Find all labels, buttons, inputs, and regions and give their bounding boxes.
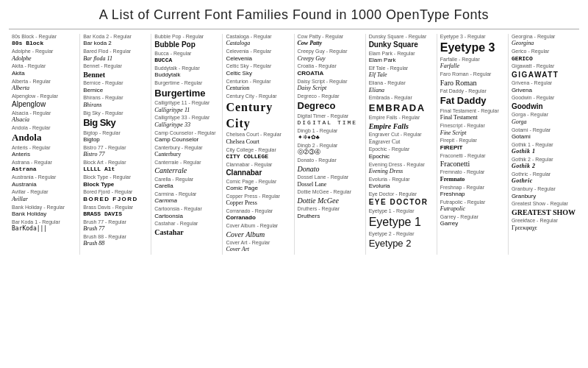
- font-entry: Degreco - RegularDegreco: [298, 93, 362, 113]
- font-label: Fraconetti - Regular: [440, 153, 505, 159]
- font-entry: Faro Roman - RegularFaro Roman: [440, 71, 505, 88]
- font-label: 80s Block - Regular: [12, 34, 76, 40]
- font-entry: Block Art - RegularLLLLL Alt: [83, 160, 148, 174]
- font-label: Bank Holiday - Regular: [12, 205, 76, 210]
- font-entry: Akita - RegularAkita: [12, 63, 76, 77]
- font-label: Bhirans - Regular: [83, 95, 148, 101]
- font-display: Bernice: [83, 87, 148, 95]
- font-entry: Bigtop - RegularBigtop: [83, 130, 148, 144]
- font-display: Daisy Script: [298, 85, 362, 93]
- font-display: Avillar: [12, 196, 76, 204]
- font-label: Comic Page - Regular: [226, 179, 290, 185]
- font-entry: Avillar - RegularAvillar: [12, 189, 76, 203]
- font-label: Carmina - Regular: [154, 191, 219, 197]
- font-display: Buddytalk: [154, 71, 219, 79]
- font-display: Fremnato: [440, 176, 505, 184]
- font-label: Garrey - Regular: [440, 214, 505, 220]
- font-entry: Dottie McGee - RegularDottie McGee: [298, 189, 362, 205]
- font-entry: Cover Art - RegularCover Art: [226, 240, 290, 254]
- font-entry: Brush 88 - RegularBrush 88: [83, 234, 148, 248]
- font-display: Bar koda 2: [83, 40, 148, 48]
- font-entry: Calligritype 33 - RegularCalligritype 33: [154, 115, 219, 129]
- font-display: Comic Page: [226, 185, 290, 193]
- font-entry: Grivena - RegularGrivena: [512, 80, 576, 94]
- font-label: Brass Davis - Regular: [83, 205, 148, 210]
- font-label: Castaloga - Regular: [226, 34, 290, 40]
- font-entry: Bank Holiday - RegularBank Holiday: [12, 205, 76, 219]
- font-display: Alberta: [12, 85, 76, 93]
- font-entry: Bared Flod - RegularBar floda 11: [83, 49, 148, 63]
- font-entry: Celevenia - RegularCelevenia: [226, 49, 290, 63]
- font-label: Empire Falls - Regular: [369, 115, 434, 121]
- font-display: Evening Dress: [369, 168, 434, 176]
- font-display: Gotami: [512, 133, 576, 141]
- font-display: Celtic Sky: [226, 70, 290, 78]
- font-label: Freshnap - Regular: [440, 185, 505, 191]
- font-display: Bennet: [83, 70, 148, 80]
- font-label: Block Type - Regular: [83, 174, 148, 180]
- font-entry: Greatest Show - RegularGREATEST SHOW: [512, 201, 576, 217]
- font-display: EMBRADA: [369, 102, 434, 115]
- font-entry: Clannabar - RegularClannabar: [226, 162, 290, 178]
- font-entry: Digital Timer - RegularDIGITAL TIME: [298, 113, 362, 127]
- font-entry: Farfalle - RegularFarfalle: [440, 57, 505, 71]
- font-display: BUCCA: [154, 57, 219, 65]
- font-display: Cartoonsia: [154, 213, 219, 221]
- font-entry: Celtic Sky - RegularCeltic Sky: [226, 63, 290, 77]
- font-entry: Gothik 2 - RegularGothik 2: [512, 157, 576, 171]
- font-label: Gothric - Regular: [512, 171, 576, 177]
- font-display: Faro Roman: [440, 78, 505, 88]
- font-entry: Gothik 1 - RegularGothik 1: [512, 142, 576, 156]
- font-label: Dottie McGee - Regular: [298, 189, 362, 195]
- column-1: Bar Koda 2 - RegularBar koda 2Bared Flod…: [80, 34, 151, 255]
- font-entry: Eyetype 3 - RegularEyetype 3: [440, 34, 505, 56]
- font-entry: Cartoonsia - RegularCartoonsia: [154, 206, 219, 220]
- font-label: Gorga - Regular: [512, 112, 576, 118]
- font-label: Gotami - Regular: [512, 127, 576, 133]
- font-entry: Bistro 77 - RegularBistro 77: [83, 145, 148, 159]
- font-label: Greekface - Regular: [512, 218, 576, 224]
- font-entry: Creepy Guy - RegularCreepy Guy: [298, 49, 362, 63]
- font-display: GREATEST SHOW: [512, 208, 576, 218]
- font-columns: 80s Block - Regular80s BlockAdolphe - Re…: [9, 34, 579, 255]
- font-entry: Austrania - RegularAustrania: [12, 174, 76, 188]
- font-display: GERICO: [512, 55, 576, 63]
- font-entry: Engraver Cut - RegularEngraver Cut: [369, 132, 434, 146]
- font-display: Carmma: [154, 197, 219, 205]
- font-label: Degreco - Regular: [298, 93, 362, 99]
- font-display: Granbury: [512, 193, 576, 201]
- font-entry: Astrana - RegularAstrana: [12, 160, 76, 174]
- font-entry: Firepit - RegularFIREPIT: [440, 138, 505, 152]
- font-label: Bored Fjord - Regular: [83, 189, 148, 195]
- font-entry: Garrey - RegularGarrey: [440, 214, 505, 228]
- font-display: Druthers: [298, 213, 362, 221]
- font-entry: Eye Doctor - RegularEYE DOCTOR: [369, 191, 434, 208]
- font-label: Farfalle - Regular: [440, 57, 505, 63]
- font-display: Creepy Guy: [298, 55, 362, 63]
- font-label: Cow Patty - Regular: [298, 34, 362, 40]
- font-entry: Bubble Pop - RegularBubble Pop: [154, 34, 219, 50]
- column-0: 80s Block - Regular80s BlockAdolphe - Re…: [9, 34, 80, 255]
- font-display: Final Testament: [440, 114, 505, 122]
- font-display: GIGAWATT: [512, 70, 576, 80]
- font-label: Grivena - Regular: [512, 80, 576, 86]
- font-display: BRASS DAVIS: [83, 210, 148, 219]
- font-entry: Brass Davis - RegularBRASS DAVIS: [83, 205, 148, 219]
- font-entry: City College - RegularCITY COLLEGE: [226, 147, 290, 161]
- font-display: Block Type: [83, 181, 148, 189]
- font-display: Century City: [226, 99, 290, 131]
- font-display: Astrana: [12, 166, 76, 174]
- font-entry: Cow Patty - RegularCow Patty: [298, 34, 362, 48]
- font-display: 80s Block: [12, 40, 76, 48]
- font-label: Chelsea Court - Regular: [226, 132, 290, 138]
- font-display: Canterbury: [154, 151, 219, 159]
- font-display: Futrapolic: [440, 205, 505, 213]
- font-entry: Gotami - RegularGotami: [512, 127, 576, 141]
- font-entry: Brush 77 - RegularBrush 77: [83, 219, 148, 233]
- font-label: Faro Roman - Regular: [440, 71, 505, 77]
- font-display: BORED FJORD: [83, 196, 148, 204]
- font-label: Alsacia - Regular: [12, 110, 76, 116]
- font-label: Bucca - Regular: [154, 51, 219, 57]
- column-3: Castaloga - RegularCastalogaCelevenia - …: [223, 34, 294, 255]
- font-display: LLLLL Alt: [83, 166, 148, 174]
